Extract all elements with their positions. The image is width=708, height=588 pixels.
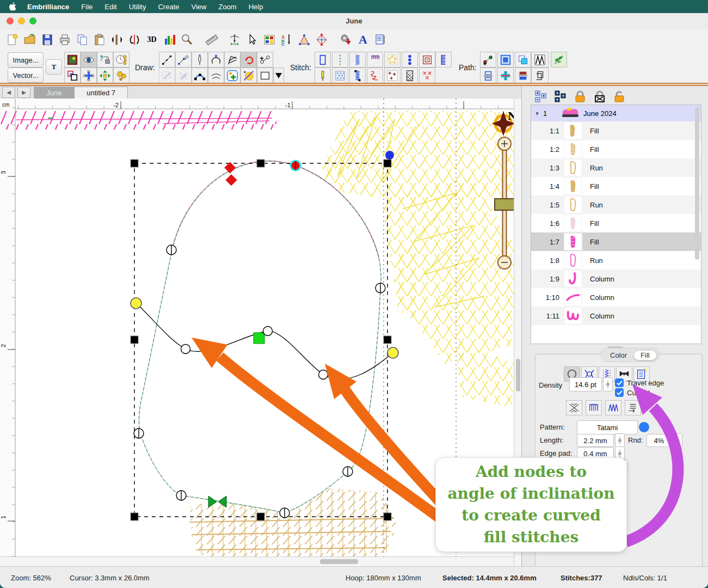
lettering-icon[interactable]: ABC [279,32,295,47]
object-row-1-3[interactable]: 1:3Run [531,158,701,177]
menu-file[interactable]: File [81,3,93,11]
tab-fill[interactable]: Fill [633,350,657,360]
lock-icon[interactable] [573,89,587,103]
density-field[interactable]: 14.6 pt [569,377,602,391]
background-image-toggle[interactable] [64,52,81,68]
object-row-1-7-selected[interactable]: 1:7Fill [531,232,701,251]
inclination-mid-marker[interactable] [254,333,264,344]
menu-embrilliance[interactable]: Embrilliance [27,3,69,11]
canvas-horizontal-scrollbar[interactable] [0,556,514,567]
lock-path-tool[interactable] [97,52,113,68]
object-properties-icon[interactable] [261,32,278,47]
flip-horizontal-icon[interactable] [109,32,125,47]
pattern-dropdown-button[interactable] [639,422,649,432]
pattern-dropdown[interactable]: Tatami [577,420,638,434]
settings-gears-tool[interactable] [113,68,130,83]
measure-ruler-icon[interactable] [204,32,220,47]
path-outline-order-tool[interactable] [531,68,549,83]
object-row-1-11[interactable]: 1:11Column [531,307,701,325]
object-row-1-10[interactable]: 1:10Column [531,288,701,307]
draw-tools-dropdown[interactable] [273,68,284,83]
handle-top-left[interactable] [131,160,138,167]
inclination-node-3[interactable] [319,370,328,379]
stitch-pencil[interactable] [315,68,331,83]
path-stitch-preview-tool[interactable] [531,52,549,68]
open-file-icon[interactable] [22,32,38,47]
notes-icon[interactable] [372,32,389,47]
stitch-cross-stitch[interactable] [419,68,435,83]
title-bar[interactable]: June [0,13,708,30]
menu-create[interactable]: Create [158,3,179,11]
handle-bottom-right[interactable] [384,513,391,520]
image-button[interactable]: Image... [8,52,44,68]
stitch-satin-column[interactable] [349,68,366,83]
letter-a-icon[interactable]: A [355,32,371,47]
pointer-tool-icon[interactable] [244,32,260,47]
inclination-node-2[interactable] [263,327,273,336]
arc-handles-tool[interactable] [192,68,208,83]
stitch-tatami-fill[interactable] [332,68,348,83]
magic-wand-tool-disabled[interactable] [159,68,175,83]
split-design-icon[interactable] [313,32,330,47]
underlay-edge-walk-icon[interactable] [586,400,602,415]
tab-next-arrow[interactable]: ▶ [17,87,30,98]
object-row-1-4[interactable]: 1:4Fill [531,177,701,195]
group-objects-tool[interactable] [64,68,81,83]
stitch-motif-run[interactable] [384,68,401,83]
double-curve-tool[interactable] [208,68,224,83]
menu-zoom[interactable]: Zoom [218,3,236,11]
underlay-none-icon[interactable] [566,400,582,415]
path-align-tool[interactable] [480,68,496,83]
insert-node-tool[interactable] [257,52,273,68]
handle-top-mid[interactable] [257,160,264,167]
monogram-icon[interactable] [296,32,312,47]
stitch-density-icon[interactable] [226,32,243,47]
h-scroll-thumb[interactable] [320,559,358,564]
expand-all-icon[interactable] [534,89,548,103]
object-row-1-8[interactable]: 1:8Run [531,251,701,270]
color-bars-icon[interactable] [161,32,177,47]
object-list-scrollbar[interactable] [695,107,699,260]
redraw-tool-selected[interactable] [241,52,257,68]
handle-bottom-mid[interactable] [257,513,264,520]
handle-mid-right[interactable] [384,336,391,344]
vector-button[interactable]: Vector... [8,68,44,83]
object-row-1-1[interactable]: 1:1Fill [531,121,701,140]
path-divide-tool[interactable] [515,68,531,83]
inclination-end-right[interactable] [387,347,398,358]
travel-edge-checkbox[interactable]: Travel edge [615,378,664,387]
branch-tool[interactable] [551,52,567,68]
stitch-run[interactable] [332,52,348,68]
paste-icon[interactable] [91,32,108,47]
pen-tool[interactable] [192,52,208,68]
object-row-1-9[interactable]: 1:9Column [531,270,701,288]
move-design-tool[interactable] [97,68,113,83]
stitch-fringe[interactable] [435,52,452,68]
chevron-down-icon[interactable]: ▾ [531,110,543,117]
stitch-rect-outline[interactable] [315,52,331,68]
collapse-all-icon[interactable] [553,89,568,103]
print-icon[interactable] [57,32,73,47]
stitch-bean-dots[interactable] [402,52,418,68]
lock-x-icon[interactable] [593,89,607,103]
rnd-stepper[interactable] [673,433,682,448]
wand-split-tool-disabled[interactable] [175,68,192,83]
object-row-1-5[interactable]: 1:5Run [531,195,701,214]
stitch-blanket[interactable] [367,52,383,68]
flip-vertical-icon[interactable] [126,32,143,47]
tab-june[interactable]: June [34,87,74,99]
path-subtract-tool[interactable] [515,52,531,68]
3d-view-icon[interactable]: 3D [144,32,160,47]
length-stepper[interactable] [615,433,625,448]
path-union-tool[interactable] [497,68,514,83]
freehand-line-tool[interactable] [175,52,192,68]
apple-icon[interactable] [9,2,16,11]
stitch-mesh-fill[interactable] [402,68,418,83]
line-tool[interactable] [159,52,175,68]
underlay-zigzag-icon[interactable] [605,400,621,415]
curved-checkbox[interactable]: Curved [615,388,650,397]
stitch-applique-star[interactable] [384,52,401,68]
object-group-row[interactable]: ▾ 1 June 2024 [531,105,701,121]
v-scroll-thumb[interactable] [516,359,520,391]
magnifier-icon[interactable] [178,32,195,47]
